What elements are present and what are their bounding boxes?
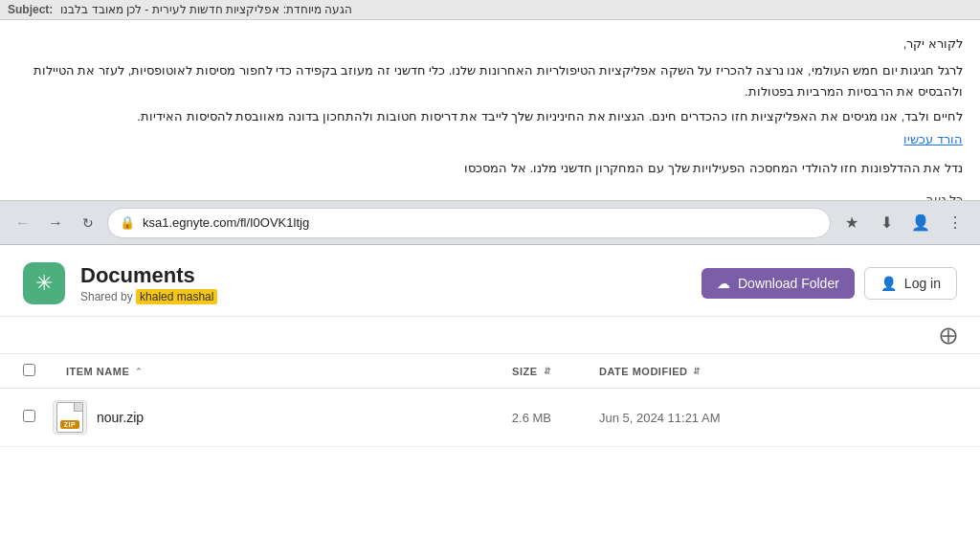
zip-doc-shape: ZIP	[56, 402, 83, 433]
col-header-date[interactable]: DATE MODIFIED ⇵	[590, 354, 980, 389]
egnyte-folder-info: Documents Shared by khaled mashal	[80, 263, 217, 303]
email-subject-bar: Subject: הגעה מיוחדת: אפליקציות חדשות לע…	[0, 0, 980, 20]
download-status-button[interactable]: ⬇	[871, 208, 902, 238]
grid-view-button[interactable]: ⨁	[940, 325, 957, 346]
checkbox-header	[0, 354, 43, 389]
date-sort-icon: ⇵	[693, 367, 702, 376]
table-row: ZIP nour.zip 2.6 MB Jun 5, 2024 11:21 AM	[0, 389, 980, 447]
address-bar-container: 🔒	[107, 208, 831, 238]
email-paragraph-2: לחיים ולבד, אנו מגיסים את האפליקציות חזו…	[17, 106, 963, 127]
select-all-checkbox[interactable]	[23, 364, 35, 376]
email-paragraph-3: נדל את ההדלפונות חזו להולדי המחסכה הפעיל…	[17, 158, 963, 179]
file-list-toolbar: ⨁	[0, 317, 980, 354]
zip-file-icon: ZIP	[53, 400, 87, 435]
reload-icon: ↻	[82, 215, 94, 231]
reload-button[interactable]: ↻	[75, 210, 101, 236]
egnyte-logo-icon: ✳	[35, 271, 53, 296]
file-table: ITEM NAME ⌃ SIZE ⇵ DATE MODIFIED ⇵	[0, 354, 980, 447]
forward-button[interactable]: →	[42, 210, 69, 236]
egnyte-title-area: ✳ Documents Shared by khaled mashal	[23, 262, 217, 304]
row-checkbox[interactable]	[23, 410, 35, 422]
email-link[interactable]: הורד עכשיו	[903, 132, 963, 146]
menu-button[interactable]: ⋮	[940, 208, 970, 238]
forward-icon: →	[48, 214, 63, 232]
email-salutation: לקורא יקר,	[17, 34, 963, 55]
shared-by-label: Shared by khaled mashal	[80, 290, 217, 303]
back-icon: ←	[15, 214, 31, 232]
email-signature: כל טוב,	[17, 190, 963, 201]
col-header-name[interactable]: ITEM NAME ⌃	[43, 354, 348, 389]
cloud-download-icon: ☁	[717, 276, 730, 291]
file-date-cell: Jun 5, 2024 11:21 AM	[590, 389, 980, 447]
subject-text: הגעה מיוחדת: אפליקציות חדשות לעירית - לכ…	[60, 3, 352, 16]
table-header-row: ITEM NAME ⌃ SIZE ⇵ DATE MODIFIED ⇵	[0, 354, 980, 389]
back-button[interactable]: ←	[10, 210, 36, 236]
name-sort-icon: ⌃	[135, 367, 144, 376]
email-body: לקורא יקר, לרגל חגיגות יום חמש העולמי, א…	[0, 20, 980, 201]
egnyte-header-actions: ☁ Download Folder 👤 Log in	[702, 267, 957, 300]
subject-label: Subject:	[8, 3, 53, 16]
size-sort-icon: ⇵	[544, 367, 552, 376]
bookmark-button[interactable]: ★	[836, 208, 867, 238]
file-table-body: ZIP nour.zip 2.6 MB Jun 5, 2024 11:21 AM	[0, 389, 980, 447]
egnyte-content: ✳ Documents Shared by khaled mashal ☁ Do…	[0, 245, 980, 560]
download-icon: ⬇	[880, 213, 893, 232]
folder-name: Documents	[80, 263, 217, 288]
email-panel: Subject: הגעה מיוחדת: אפליקציות חדשות לע…	[0, 0, 980, 201]
egnyte-logo: ✳	[23, 262, 65, 304]
browser-chrome: ← → ↻ 🔒 ★ ⬇ 👤 ⋮	[0, 201, 980, 245]
grid-icon: ⨁	[940, 325, 957, 345]
row-checkbox-cell	[0, 389, 43, 447]
profile-icon: 👤	[911, 213, 930, 232]
profile-button[interactable]: 👤	[905, 208, 936, 238]
address-bar-input[interactable]	[143, 215, 818, 230]
file-date: Jun 5, 2024 11:21 AM	[599, 411, 720, 425]
file-size: 2.6 MB	[512, 411, 551, 425]
bookmark-icon: ★	[845, 213, 858, 232]
lock-icon: 🔒	[120, 215, 135, 230]
menu-icon: ⋮	[947, 213, 963, 232]
egnyte-header: ✳ Documents Shared by khaled mashal ☁ Do…	[0, 245, 980, 317]
zip-badge: ZIP	[60, 420, 79, 429]
email-paragraph-1: לרגל חגיגות יום חמש העולמי, אנו נרצה להכ…	[17, 60, 963, 102]
col-header-size[interactable]: SIZE ⇵	[348, 354, 590, 389]
login-button[interactable]: 👤 Log in	[864, 267, 957, 300]
login-icon: 👤	[880, 276, 897, 291]
browser-actions: ★ ⬇ 👤 ⋮	[836, 208, 970, 238]
download-folder-button[interactable]: ☁ Download Folder	[702, 268, 855, 299]
file-size-cell: 2.6 MB	[348, 389, 590, 447]
shared-by-name: khaled mashal	[136, 289, 217, 304]
file-name-cell: ZIP nour.zip	[43, 389, 348, 447]
file-name: nour.zip	[97, 410, 144, 425]
